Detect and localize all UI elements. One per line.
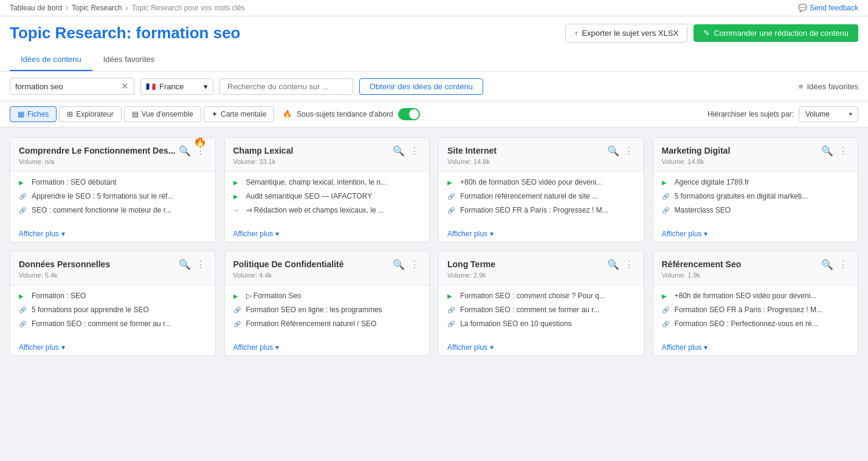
card-item: ▶ Formation : SEO	[19, 292, 207, 301]
country-select[interactable]: 🇫🇷 France ▾	[140, 78, 213, 95]
card-body: ▶ Formation SEO : comment choisir ? Pour…	[439, 285, 644, 340]
tab-idees-contenu[interactable]: Idées de contenu	[10, 49, 92, 71]
get-ideas-button[interactable]: Obtenir des idées de contenu	[359, 78, 483, 95]
page-title: Topic Research: formation seo	[10, 24, 241, 43]
card-more-button[interactable]: ⋮	[623, 259, 635, 271]
card-item-icon: 🔗	[447, 207, 456, 216]
chevron-down-icon: ▾	[704, 343, 708, 352]
card-item-icon: ▶	[233, 179, 242, 188]
card-item-text: +80h de formation SEO vidéo pour deveni.…	[460, 178, 635, 186]
content-search-input[interactable]	[219, 78, 353, 95]
fire-icon: 🔥	[283, 110, 292, 118]
card-header: Données Personnelles Volume: 5.4k 🔍 ⋮	[10, 251, 215, 285]
chevron-down-icon: ▾	[490, 343, 494, 352]
breadcrumb-current: Topic Research pour vos mots clés	[132, 4, 245, 12]
card-item-icon: 🔗	[662, 207, 670, 216]
card-body: ▶ Agence digitale 1789.fr 🔗 5 formations…	[653, 172, 858, 226]
breadcrumb-topic-research[interactable]: Topic Research	[72, 4, 122, 12]
view-fiches-button[interactable]: ▦ Fiches	[10, 106, 57, 122]
view-vue-ensemble-button[interactable]: ▤ Vue d'ensemble	[124, 106, 201, 122]
card-search-button[interactable]: 🔍	[606, 145, 621, 157]
card-item: 🔗 Formation SEO FR à Paris : Progressez …	[447, 206, 635, 216]
search-input[interactable]	[15, 82, 117, 91]
card-item: 🔗 Formation SEO FR à Paris : Progressez …	[662, 306, 850, 315]
card-more-button[interactable]: ⋮	[837, 145, 849, 157]
card-actions: 🔍 ⋮	[606, 259, 635, 271]
card-search-button[interactable]: 🔍	[391, 145, 406, 157]
card-item: ▶ ▷ Formation Seo	[233, 292, 421, 301]
send-feedback-link[interactable]: 💬 Send feedback	[798, 4, 858, 12]
card-more-button[interactable]: ⋮	[408, 145, 421, 157]
card-item: ▶ Audit sémantique SEO — IAFACTORY	[233, 192, 421, 202]
afficher-plus-button[interactable]: Afficher plus ▾	[439, 226, 644, 242]
card-title-wrap: Comprendre Le Fonctionnement Des... Volu…	[19, 145, 177, 165]
search-wrap: ✕	[10, 78, 134, 95]
clear-search-button[interactable]: ✕	[121, 81, 129, 92]
chevron-down-icon: ▾	[275, 343, 279, 352]
card-item-icon: 🔗	[662, 193, 670, 202]
card-item-icon: 🔗	[447, 307, 456, 315]
card-header: Champ Lexical Volume: 33.1k 🔍 ⋮	[225, 138, 430, 172]
export-button[interactable]: ↑ Exporter le sujet vers XLSX	[565, 24, 687, 43]
breadcrumb-home[interactable]: Tableau de bord	[10, 4, 62, 12]
card-title: Données Personnelles	[19, 259, 177, 270]
card-volume: Volume: 4.4k	[233, 271, 392, 279]
view-carte-mentale-button[interactable]: ✦ Carte mentale	[204, 106, 274, 122]
card-item-text: SEO : comment fonctionne le moteur de r.…	[32, 206, 207, 214]
card-search-button[interactable]: 🔍	[391, 259, 406, 271]
afficher-plus-button[interactable]: Afficher plus ▾	[653, 340, 858, 355]
card-4: Données Personnelles Volume: 5.4k 🔍 ⋮ ▶ …	[10, 251, 216, 356]
card-title-wrap: Données Personnelles Volume: 5.4k	[19, 259, 177, 279]
card-1: Champ Lexical Volume: 33.1k 🔍 ⋮ ▶ Sémant…	[224, 137, 430, 242]
card-item-icon: 🔗	[19, 307, 27, 315]
card-title: Long Terme	[447, 259, 606, 270]
card-more-button[interactable]: ⋮	[623, 145, 635, 157]
card-item-text: Apprendre le SEO : 5 formations sur le r…	[32, 192, 207, 200]
card-more-button[interactable]: ⋮	[837, 259, 849, 271]
afficher-plus-button[interactable]: Afficher plus ▾	[225, 226, 430, 242]
tab-idees-favorites[interactable]: Idées favorites	[92, 49, 166, 71]
card-item-text: 5 formations gratuites en digital market…	[675, 192, 850, 200]
card-header: Marketing Digital Volume: 14.8k 🔍 ⋮	[653, 138, 858, 172]
list-icon: ≡	[799, 82, 804, 91]
afficher-plus-button[interactable]: Afficher plus ▾	[439, 340, 644, 355]
sort-select[interactable]: Volume Pertinence Difficulté	[799, 106, 858, 122]
card-7: Référencement Seo Volume: 1.9k 🔍 ⋮ ▶ +80…	[653, 251, 859, 356]
card-item-icon: 🔗	[447, 193, 456, 202]
card-actions: 🔍 ⋮	[391, 145, 421, 157]
card-search-button[interactable]: 🔍	[820, 259, 835, 271]
card-more-button[interactable]: ⋮	[195, 259, 207, 271]
card-item-icon: ▶	[19, 179, 27, 188]
card-item-icon: ⇒	[233, 207, 242, 216]
ideas-favorites-button[interactable]: ≡ Idées favorites	[799, 82, 858, 91]
card-title: Marketing Digital	[662, 145, 821, 156]
trending-toggle[interactable]	[398, 108, 420, 120]
card-item-icon: ▶	[19, 293, 27, 301]
card-search-button[interactable]: 🔍	[177, 145, 192, 157]
card-search-button[interactable]: 🔍	[820, 145, 835, 157]
card-item-icon: ▶	[447, 179, 456, 188]
afficher-plus-button[interactable]: Afficher plus ▾	[653, 226, 858, 242]
commander-button[interactable]: ✎ Commander une rédaction de contenu	[694, 24, 858, 42]
card-item-icon: 🔗	[662, 307, 670, 315]
card-more-button[interactable]: ⋮	[408, 259, 421, 271]
card-item-text: 5 formations pour apprendre le SEO	[32, 306, 207, 314]
afficher-plus-button[interactable]: Afficher plus ▾	[10, 340, 215, 355]
card-title: Référencement Seo	[662, 259, 821, 270]
afficher-plus-button[interactable]: Afficher plus ▾	[225, 340, 430, 355]
main-tabs: Idées de contenu Idées favorites	[10, 49, 858, 71]
vue-ensemble-icon: ▤	[132, 110, 139, 118]
card-item-icon: 🔗	[19, 321, 27, 329]
view-explorateur-button[interactable]: ⊞ Explorateur	[59, 106, 121, 122]
card-search-button[interactable]: 🔍	[606, 259, 621, 271]
afficher-plus-button[interactable]: Afficher plus ▾	[10, 226, 215, 242]
sort-select-wrap: Volume Pertinence Difficulté	[799, 106, 858, 122]
card-item: 🔗 Formation référencement naturel de sit…	[447, 192, 635, 202]
card-0: 🔥 Comprendre Le Fonctionnement Des... Vo…	[10, 137, 216, 242]
card-item: 🔗 Formation SEO : Perfectionnez-vous en …	[662, 319, 850, 329]
card-title-wrap: Champ Lexical Volume: 33.1k	[233, 145, 392, 165]
card-item-text: Formation SEO en ligne : les programmes	[246, 306, 421, 314]
card-item-icon: 🔗	[19, 193, 27, 202]
country-chevron-icon: ▾	[204, 82, 208, 91]
card-search-button[interactable]: 🔍	[177, 259, 192, 271]
